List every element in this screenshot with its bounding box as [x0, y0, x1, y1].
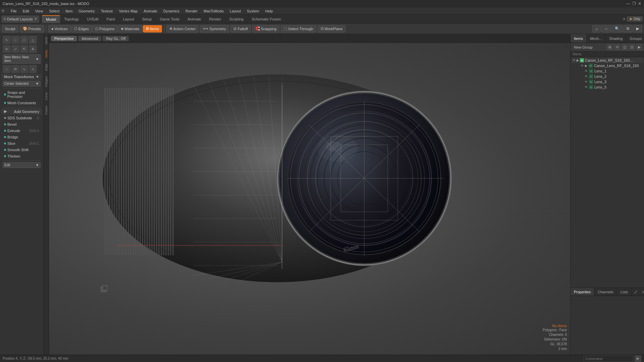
viewport-zoom-fit[interactable]: ↔: [601, 25, 611, 33]
tree-item-2[interactable]: 👁 M Lens_2: [571, 74, 643, 79]
tab-topology[interactable]: Topology: [60, 15, 83, 23]
command-input[interactable]: [584, 355, 633, 362]
tree-item-4[interactable]: 👁 M Lens_5: [571, 84, 643, 90]
br-expand-button[interactable]: ⤢: [632, 288, 640, 296]
falloff-button[interactable]: ◎ Falloff: [230, 25, 251, 33]
right-tab-mesh[interactable]: Mesh...: [587, 34, 606, 43]
transform-icon-2[interactable]: ⟳: [11, 65, 19, 73]
close-button[interactable]: ✕: [638, 1, 641, 6]
transform-tool-4[interactable]: A: [29, 45, 37, 53]
mesh-constraints-item[interactable]: Mesh Constraints: [1, 100, 42, 106]
transform-tool-3[interactable]: ⇱: [20, 45, 28, 53]
viewport-tab-advanced[interactable]: Advanced: [78, 36, 101, 41]
tree-item-0[interactable]: 👁 ▶ M Canon_Lens_RF_S18_150: [571, 63, 643, 68]
symmetry-button[interactable]: ⟺ Symmetry: [200, 25, 229, 33]
bevel-item[interactable]: Bevel: [1, 121, 42, 127]
transform-tool-2[interactable]: ⤢: [11, 45, 19, 53]
vtab-edge[interactable]: Edge: [44, 61, 49, 73]
vtab-mesh[interactable]: Mesh: [44, 34, 49, 47]
select-tool-4[interactable]: △: [29, 36, 37, 44]
maximize-button[interactable]: ❐: [632, 1, 636, 6]
vertices-button[interactable]: ● Vertices: [48, 25, 71, 33]
br-tab-channels[interactable]: Channels: [594, 288, 617, 296]
right-tab-items[interactable]: Items: [571, 34, 587, 43]
menu-system[interactable]: System: [244, 8, 262, 14]
tree-root-expand[interactable]: ▶: [577, 59, 579, 62]
polygons-button[interactable]: ◻ Polygons: [92, 25, 117, 33]
transform-tool-1[interactable]: ↻: [3, 45, 11, 53]
tab-setup[interactable]: Setup: [138, 15, 156, 23]
sculpt-button[interactable]: Sculpt: [2, 25, 18, 33]
vtab-polygon[interactable]: Polygon: [44, 73, 49, 90]
tab-scripting[interactable]: Scripting: [225, 15, 248, 23]
viewport[interactable]: 65mm Perspective Advanced Ray GL: Off No…: [49, 34, 570, 355]
menu-render[interactable]: Render: [183, 8, 200, 14]
vtab-curve[interactable]: Curve: [44, 89, 49, 103]
more-transforms-header[interactable]: More Transforms ▼: [1, 74, 42, 80]
snapping-button[interactable]: 🧲 Snapping: [252, 25, 280, 33]
action-center-button[interactable]: ⊕ Action Center: [166, 25, 199, 33]
rp-icon-4[interactable]: ⊡: [629, 44, 635, 51]
tab-layout[interactable]: Layout: [119, 15, 138, 23]
br-tab-properties[interactable]: Properties: [571, 288, 594, 296]
items-button[interactable]: ⊞ Items: [143, 25, 162, 33]
select-tool-3[interactable]: □: [20, 36, 28, 44]
bridge-item[interactable]: Bridge: [1, 134, 42, 140]
menu-vertex-map[interactable]: Vertex Map: [116, 8, 141, 14]
right-tab-groups[interactable]: Groups: [626, 34, 644, 43]
br-add-button[interactable]: +: [640, 288, 644, 296]
transform-icon-1[interactable]: ↕: [3, 65, 11, 73]
menu-geometry[interactable]: Geometry: [76, 8, 97, 14]
viewport-extras[interactable]: ▶: [633, 25, 642, 33]
vtab-fusion[interactable]: Fusion: [44, 103, 49, 117]
materials-button[interactable]: ◈ Materials: [118, 25, 143, 33]
app-icon[interactable]: ⚙: [1, 9, 5, 13]
right-tab-shading[interactable]: Shading: [606, 34, 626, 43]
viewport-tab-perspective[interactable]: Perspective: [51, 36, 77, 41]
rp-icon-2[interactable]: ⟲: [614, 44, 621, 51]
menu-edit[interactable]: Edit: [20, 8, 32, 14]
sds-subdivide-item[interactable]: SDS Subdivide D: [1, 115, 42, 121]
layout-dropdown[interactable]: ⊞ Default Layouts ▼: [1, 15, 39, 23]
tab-uvedit[interactable]: UVEdit: [83, 15, 102, 23]
rp-expand[interactable]: ▶: [636, 44, 643, 51]
edges-button[interactable]: ⬡ Edges: [71, 25, 92, 33]
vtab-vertex[interactable]: Vertex: [44, 47, 49, 61]
presets-button[interactable]: 🎨 Presets: [20, 25, 44, 33]
smooth-shift-item[interactable]: Smooth Shift: [1, 147, 42, 153]
tab-add-button[interactable]: +: [623, 16, 626, 22]
transform-icon-4[interactable]: ∿: [29, 65, 37, 73]
select-tool-1[interactable]: ↖: [3, 36, 11, 44]
tab-render[interactable]: Render: [205, 15, 225, 23]
thicken-item[interactable]: Thicken: [1, 153, 42, 159]
select-through-button[interactable]: ⬚ Select Through: [281, 25, 316, 33]
tab-game-tools[interactable]: Game Tools: [156, 15, 183, 23]
only-badge[interactable]: ★ Only: [627, 16, 643, 21]
menu-animate[interactable]: Animate: [141, 8, 160, 14]
rp-icon-3[interactable]: ◫: [621, 44, 628, 51]
rp-icon-1[interactable]: ⊞: [606, 44, 613, 51]
snaps-precision-item[interactable]: Snaps and Precision: [1, 89, 42, 100]
viewport-settings[interactable]: ⚙: [623, 25, 633, 33]
transform-icon-3[interactable]: ⤡: [20, 65, 28, 73]
menu-file[interactable]: File: [8, 8, 19, 14]
extrude-item[interactable]: Extrude Shift-X: [1, 128, 42, 134]
menu-layout[interactable]: Layout: [227, 8, 244, 14]
edit-dropdown[interactable]: Edit ▼: [3, 162, 41, 168]
status-expand[interactable]: ▶: [635, 355, 641, 362]
menu-item[interactable]: Item: [63, 8, 75, 14]
tree-root[interactable]: 👁 ▶ M Canon_Lens_RF_S18_150...: [571, 58, 643, 63]
center-selected-dropdown[interactable]: Center Selected ▼: [3, 81, 41, 86]
tab-animate[interactable]: Animate: [183, 15, 205, 23]
tab-paint[interactable]: Paint: [103, 15, 119, 23]
menu-dynamics[interactable]: Dynamics: [161, 8, 182, 14]
minimize-button[interactable]: —: [626, 1, 630, 6]
menu-texture[interactable]: Texture: [98, 8, 116, 14]
tree-item-1[interactable]: 👁 M Lens_1: [571, 68, 643, 74]
viewport-tab-raygl[interactable]: Ray GL: Off: [103, 36, 129, 41]
tab-schematic-fusion[interactable]: Schematic Fusion: [248, 15, 285, 23]
menu-help[interactable]: Help: [263, 8, 276, 14]
tab-model[interactable]: Model: [42, 15, 60, 23]
scene-tree[interactable]: 👁 ▶ M Canon_Lens_RF_S18_150... 👁 ▶ M Can…: [571, 57, 644, 288]
slice-item[interactable]: Slice Shift-C: [1, 140, 42, 146]
